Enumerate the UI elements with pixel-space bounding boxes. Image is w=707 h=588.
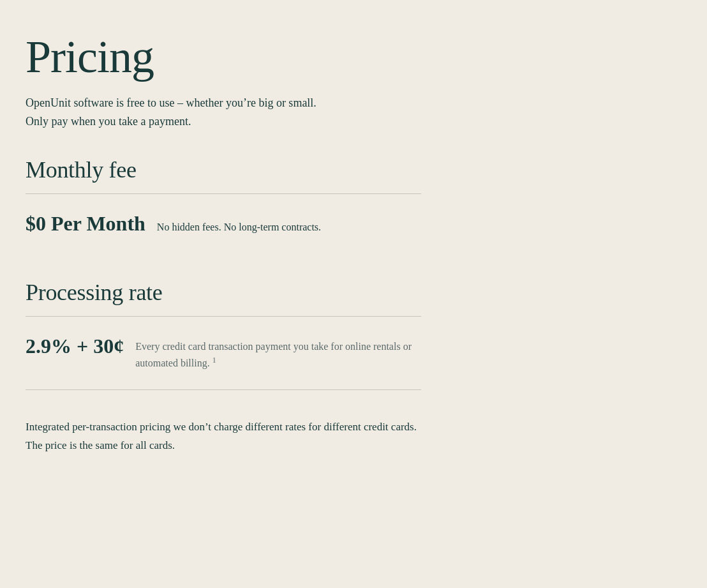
monthly-fee-description: No hidden fees. No long-term contracts. bbox=[157, 220, 321, 235]
monthly-fee-heading: Monthly fee bbox=[26, 156, 421, 183]
processing-rate-bottom-divider bbox=[26, 389, 421, 390]
processing-rate-heading: Processing rate bbox=[26, 279, 421, 306]
page-title: Pricing bbox=[26, 32, 421, 82]
pricing-subtitle: OpenUnit software is free to use – wheth… bbox=[26, 94, 421, 131]
processing-rate-amount: 2.9% + 30¢ bbox=[26, 335, 124, 358]
subtitle-line2: Only pay when you take a payment. bbox=[26, 115, 191, 128]
monthly-fee-divider bbox=[26, 193, 421, 194]
processing-rate-row: 2.9% + 30¢ Every credit card transaction… bbox=[26, 335, 421, 390]
subtitle-line1: OpenUnit software is free to use – wheth… bbox=[26, 96, 316, 109]
page-container: Pricing OpenUnit software is free to use… bbox=[0, 0, 447, 494]
monthly-fee-amount: $0 Per Month bbox=[26, 212, 145, 236]
processing-rate-divider bbox=[26, 316, 421, 317]
monthly-fee-row: $0 Per Month No hidden fees. No long-ter… bbox=[26, 212, 421, 253]
monthly-fee-section: Monthly fee $0 Per Month No hidden fees.… bbox=[26, 156, 421, 253]
processing-rate-description: Every credit card transaction payment yo… bbox=[135, 335, 421, 372]
processing-rate-section: Processing rate 2.9% + 30¢ Every credit … bbox=[26, 279, 421, 391]
processing-rate-footnote: 1 bbox=[212, 356, 216, 365]
integrated-note: Integrated per-transaction pricing we do… bbox=[26, 416, 421, 455]
